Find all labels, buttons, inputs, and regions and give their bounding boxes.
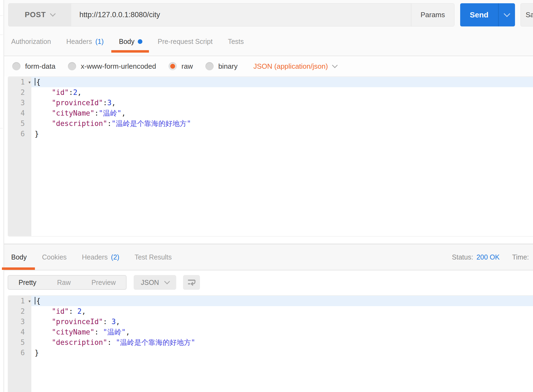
code-text[interactable]: } bbox=[31, 348, 533, 358]
code-line[interactable]: 5 "description": "温岭是个靠海的好地方" bbox=[8, 337, 533, 348]
fold-arrow-icon[interactable]: ▾ bbox=[28, 77, 31, 88]
view-raw-button[interactable]: Raw bbox=[47, 276, 81, 289]
view-preview-button[interactable]: Preview bbox=[81, 276, 126, 289]
code-token: "id" bbox=[52, 307, 69, 315]
code-text[interactable]: { bbox=[31, 296, 533, 306]
headers-count-badge: (1) bbox=[95, 38, 104, 46]
response-view-switch: Pretty Raw Preview bbox=[8, 275, 127, 290]
wrap-lines-button[interactable] bbox=[183, 275, 200, 290]
code-line[interactable]: 5 "description":"温岭是个靠海的好地方" bbox=[8, 118, 533, 129]
radio-label: form-data bbox=[25, 62, 55, 71]
line-number: 6 bbox=[8, 348, 31, 358]
code-token: } bbox=[35, 349, 39, 357]
line-number: 5 bbox=[8, 118, 31, 129]
code-text[interactable]: "provinceId": 3, bbox=[31, 316, 533, 327]
code-token: "provinceId" bbox=[52, 318, 103, 326]
body-filled-dot-icon bbox=[138, 39, 142, 44]
response-format-select[interactable]: JSON bbox=[134, 275, 176, 290]
tab-response-body[interactable]: Body bbox=[11, 244, 27, 270]
view-label: Preview bbox=[91, 279, 116, 287]
radio-selected-icon bbox=[169, 62, 177, 70]
tab-label: Headers bbox=[66, 38, 92, 46]
line-number: 1▾ bbox=[8, 77, 31, 87]
tab-pre-request-script[interactable]: Pre-request Script bbox=[158, 27, 212, 56]
code-line[interactable]: 4 "cityName": "温岭", bbox=[8, 327, 533, 337]
tab-test-results[interactable]: Test Results bbox=[134, 244, 172, 270]
method-select[interactable]: POST bbox=[8, 4, 71, 26]
method-label: POST bbox=[25, 11, 46, 19]
tab-label: Body bbox=[11, 253, 27, 261]
tab-headers[interactable]: Headers (1) bbox=[66, 27, 104, 56]
code-token: 2 bbox=[77, 307, 82, 315]
params-button[interactable]: Params bbox=[411, 4, 454, 26]
response-body-editor[interactable]: 1▾{2 "id": 2,3 "provinceId": 3,4 "cityNa… bbox=[8, 295, 533, 392]
code-token: : bbox=[103, 318, 111, 326]
url-group: POST Params bbox=[8, 3, 454, 26]
code-text[interactable]: } bbox=[31, 129, 533, 139]
chevron-down-icon bbox=[50, 11, 56, 17]
code-token bbox=[35, 328, 52, 336]
code-token: 2 bbox=[73, 88, 77, 97]
code-text[interactable]: "cityName":"温岭", bbox=[31, 108, 533, 118]
radio-label: binary bbox=[218, 62, 238, 71]
code-line[interactable]: 3 "provinceId":3, bbox=[8, 98, 533, 108]
url-input[interactable] bbox=[71, 4, 411, 26]
radio-binary[interactable]: binary bbox=[205, 62, 238, 71]
code-text[interactable]: "cityName": "温岭", bbox=[31, 327, 533, 337]
line-number: 4 bbox=[8, 327, 31, 337]
send-button[interactable]: Send bbox=[460, 3, 498, 26]
fold-arrow-icon[interactable]: ▾ bbox=[28, 296, 31, 306]
radio-x-www-form-urlencoded[interactable]: x-www-form-urlencoded bbox=[68, 62, 156, 71]
save-button[interactable]: Save bbox=[520, 3, 533, 26]
code-token bbox=[35, 119, 52, 128]
tab-authorization[interactable]: Authorization bbox=[11, 27, 51, 56]
tab-label: Body bbox=[119, 38, 134, 46]
request-body-editor[interactable]: 1▾{2 "id":2,3 "provinceId":3,4 "cityName… bbox=[8, 76, 533, 237]
code-token: "provinceId" bbox=[52, 99, 103, 107]
code-line[interactable]: 6} bbox=[8, 348, 533, 358]
response-toolbar: Pretty Raw Preview JSON bbox=[4, 270, 533, 290]
code-text[interactable]: "description": "温岭是个靠海的好地方" bbox=[31, 337, 533, 348]
code-line[interactable]: 1▾{ bbox=[8, 296, 533, 306]
tab-response-headers[interactable]: Headers (2) bbox=[82, 244, 119, 270]
url-bar: POST Params Send Save bbox=[4, 0, 533, 27]
code-token bbox=[35, 338, 52, 346]
code-token: : bbox=[69, 307, 77, 315]
code-text[interactable]: "description":"温岭是个靠海的好地方" bbox=[31, 118, 533, 129]
code-token bbox=[35, 109, 52, 117]
content-type-select[interactable]: JSON (application/json) bbox=[253, 62, 337, 71]
code-line[interactable]: 3 "provinceId": 3, bbox=[8, 316, 533, 327]
code-token: } bbox=[35, 130, 39, 138]
tab-label: Pre-request Script bbox=[158, 38, 212, 46]
code-token: : bbox=[94, 328, 103, 336]
tab-body[interactable]: Body bbox=[119, 27, 142, 56]
send-button-group: Send bbox=[460, 3, 515, 26]
code-line[interactable]: 2 "id":2, bbox=[8, 87, 533, 98]
request-builder: POST Params Send Save Authorizat bbox=[4, 0, 533, 392]
text-cursor bbox=[35, 297, 35, 304]
code-text[interactable]: "id":2, bbox=[31, 87, 533, 98]
code-line[interactable]: 6} bbox=[8, 129, 533, 139]
view-pretty-button[interactable]: Pretty bbox=[8, 276, 47, 289]
send-options-button[interactable] bbox=[498, 3, 515, 26]
code-token: "温岭" bbox=[103, 328, 125, 336]
code-token: "cityName" bbox=[52, 109, 95, 117]
code-line[interactable]: 4 "cityName":"温岭", bbox=[8, 108, 533, 118]
code-token: "温岭" bbox=[99, 109, 121, 117]
chevron-down-icon bbox=[332, 62, 338, 68]
code-token: , bbox=[77, 88, 82, 97]
code-token: : bbox=[107, 119, 112, 128]
code-text[interactable]: "provinceId":3, bbox=[31, 98, 533, 108]
tab-cookies[interactable]: Cookies bbox=[42, 244, 67, 270]
code-text[interactable]: { bbox=[31, 77, 533, 87]
word-wrap-icon bbox=[187, 278, 196, 287]
code-line[interactable]: 1▾{ bbox=[8, 77, 533, 87]
code-text[interactable]: "id": 2, bbox=[31, 306, 533, 316]
tab-tests[interactable]: Tests bbox=[228, 27, 244, 56]
radio-icon bbox=[12, 62, 20, 70]
radio-raw[interactable]: raw bbox=[169, 62, 193, 71]
tab-label: Authorization bbox=[11, 38, 51, 46]
code-token: , bbox=[116, 318, 120, 326]
radio-form-data[interactable]: form-data bbox=[12, 62, 55, 71]
code-line[interactable]: 2 "id": 2, bbox=[8, 306, 533, 316]
